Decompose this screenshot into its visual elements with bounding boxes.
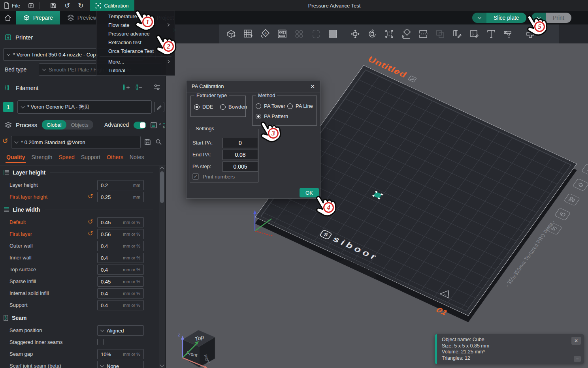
- print-numbers-checkbox[interactable]: ✓: [192, 173, 199, 180]
- compare-presets-icon[interactable]: AB: [158, 121, 167, 130]
- staggered-inner-seams-checkbox[interactable]: [97, 339, 104, 345]
- tab-others[interactable]: Others: [107, 154, 123, 160]
- edit-filament-icon[interactable]: [154, 102, 164, 112]
- search-settings-icon[interactable]: [154, 137, 163, 146]
- object-info-close-button[interactable]: ✕: [571, 337, 581, 345]
- dialog-titlebar[interactable]: PA Calibration ✕: [187, 81, 320, 92]
- first-layer-height-input[interactable]: 0.25mm: [97, 192, 144, 202]
- calibration-menu[interactable]: Calibration: [90, 0, 134, 11]
- add-filament-icon[interactable]: [121, 82, 131, 92]
- tab-home[interactable]: [0, 11, 16, 24]
- tab-speed[interactable]: Speed: [58, 154, 74, 160]
- tab-notes[interactable]: Notes: [130, 154, 144, 160]
- navigation-cube[interactable]: Top Front Right z x: [173, 325, 219, 368]
- first-layer-line-width-input[interactable]: 0.56mm or %: [97, 229, 144, 239]
- settings-group: Settings Start PA: 0 End PA: 0.08 PA ste…: [190, 129, 258, 182]
- measure-icon[interactable]: [499, 24, 516, 43]
- move-icon[interactable]: [347, 24, 364, 43]
- undo-icon[interactable]: ↺: [88, 193, 93, 200]
- end-pa-input[interactable]: 0.08: [222, 150, 258, 160]
- tab-prepare[interactable]: Prepare: [16, 11, 60, 24]
- top-surface-line-width-input[interactable]: 0.4mm or %: [97, 265, 144, 275]
- scroll-up-arrow[interactable]: [160, 167, 164, 171]
- radio-pa-line[interactable]: PA Line: [287, 103, 313, 109]
- scope-global-option[interactable]: Global: [42, 120, 66, 130]
- save-preset-icon[interactable]: [143, 137, 152, 146]
- tab-strength[interactable]: Strength: [31, 154, 52, 160]
- edit-plate-name-icon[interactable]: [407, 75, 417, 83]
- seam-gap-input[interactable]: 10%mm or %: [97, 349, 144, 359]
- scroll-down-arrow[interactable]: [160, 362, 164, 367]
- remove-filament-icon[interactable]: [134, 82, 144, 92]
- layer-height-input[interactable]: 0.2mm: [97, 180, 144, 190]
- seam-position-select[interactable]: Aligned: [97, 325, 144, 336]
- seam-paint-icon[interactable]: [466, 24, 482, 43]
- place-on-face-icon[interactable]: [398, 24, 415, 43]
- start-pa-label: Start PA:: [192, 140, 213, 146]
- reset-process-icon[interactable]: ↺: [1, 137, 9, 145]
- scrollbar-thumb[interactable]: [160, 171, 164, 203]
- radio-bowden[interactable]: Bowden: [220, 104, 247, 110]
- pa-step-input[interactable]: 0.005: [222, 161, 258, 172]
- filament-preset-value: * Voron Generic PLA - 拷贝: [27, 103, 89, 111]
- filament-settings-icon[interactable]: [152, 82, 162, 92]
- sparse-infill-line-width-input[interactable]: 0.45mm or %: [97, 276, 144, 287]
- support-line-width-input[interactable]: 0.4mm or %: [97, 300, 144, 310]
- cut-icon[interactable]: [415, 24, 432, 43]
- filament-section-title: Filament: [16, 84, 39, 91]
- svg-text:A: A: [264, 31, 267, 35]
- settings-scrollbar[interactable]: [159, 166, 165, 368]
- chevron-down-icon: [21, 105, 25, 109]
- default-line-width-input[interactable]: 0.45mm or %: [97, 217, 144, 227]
- scale-icon[interactable]: [381, 24, 398, 43]
- advanced-toggle[interactable]: [134, 122, 146, 129]
- tab-support[interactable]: Support: [81, 154, 100, 160]
- object-info-triangles: Triangles: 12: [442, 355, 489, 362]
- add-plate-icon[interactable]: [239, 24, 256, 43]
- text-tool-icon[interactable]: [482, 24, 499, 43]
- svg-text:A: A: [159, 122, 161, 125]
- settings-list-icon[interactable]: [149, 121, 158, 130]
- auto-orient-icon[interactable]: A: [256, 24, 273, 43]
- scarf-joint-seam-select[interactable]: None: [97, 361, 144, 368]
- section-seam: Seam: [0, 311, 158, 325]
- menu-item-tutorial[interactable]: Tutorial: [96, 66, 175, 75]
- recent-menu[interactable]: [24, 0, 38, 11]
- radio-dde[interactable]: DDE: [194, 104, 213, 110]
- inner-wall-line-width-input[interactable]: 0.4mm or %: [97, 253, 144, 263]
- rotate-icon[interactable]: [364, 24, 381, 43]
- file-menu[interactable]: File: [0, 0, 24, 11]
- undo-button[interactable]: ↺: [60, 0, 74, 11]
- object-info-minimize-button[interactable]: −: [574, 356, 581, 362]
- toolbar-separator: [519, 29, 519, 39]
- outer-wall-line-width-input[interactable]: 0.4mm or %: [97, 241, 144, 251]
- delete-plate-icon[interactable]: [581, 163, 588, 176]
- support-paint-icon[interactable]: [449, 24, 466, 43]
- extruder-type-group: Extruder type DDE Bowden: [190, 96, 246, 117]
- variable-layer-height-icon[interactable]: [324, 24, 341, 43]
- chevron-down-icon: [15, 140, 19, 144]
- printer-preset-value: * Voron Trident 350 0.4 nozzle - Copy: [13, 52, 98, 58]
- redo-button[interactable]: ↻: [74, 0, 87, 11]
- process-scope-toggle[interactable]: Global Objects: [42, 120, 93, 130]
- add-object-icon[interactable]: [222, 24, 239, 43]
- radio-pa-tower[interactable]: PA Tower: [256, 103, 285, 109]
- setting-row: First layer height ↺ 0.25mm: [0, 191, 158, 203]
- radio-icon: [220, 104, 226, 110]
- arrange-icon[interactable]: [273, 24, 290, 43]
- calibration-icon: [95, 3, 101, 9]
- process-preset-select[interactable]: * 0.20mm Standard @Voron: [11, 136, 141, 148]
- tab-quality[interactable]: Quality: [6, 154, 25, 160]
- scope-objects-option[interactable]: Objects: [66, 122, 93, 128]
- start-pa-input[interactable]: 0: [222, 138, 258, 148]
- filament-slot-badge[interactable]: 1: [3, 102, 13, 112]
- annotation-step-5: 5: [534, 21, 545, 32]
- slice-options-chevron[interactable]: [472, 13, 486, 23]
- filament-preset-select[interactable]: * Voron Generic PLA - 拷贝: [17, 100, 152, 114]
- dialog-close-icon[interactable]: ✕: [310, 83, 315, 90]
- save-button[interactable]: [46, 0, 60, 11]
- internal-solid-infill-line-width-input[interactable]: 0.4mm or %: [97, 288, 144, 299]
- mesh-boolean-icon: [432, 24, 449, 43]
- undo-icon[interactable]: ↺: [88, 231, 93, 237]
- undo-icon[interactable]: ↺: [88, 219, 93, 225]
